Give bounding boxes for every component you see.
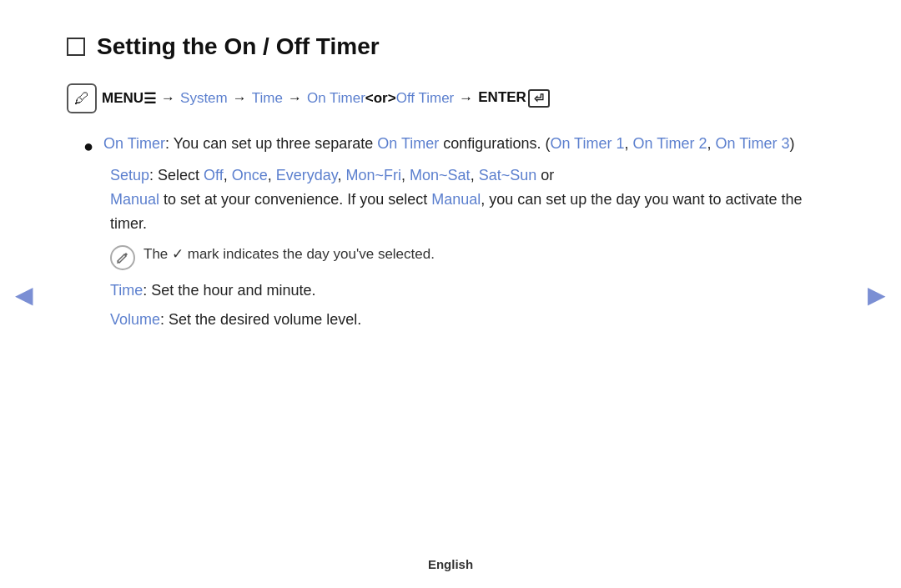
manual-2: Manual — [431, 191, 481, 208]
time-desc: : Set the hour and minute. — [143, 282, 315, 299]
comma-6: , — [401, 167, 410, 183]
on-timer-2: On Timer 2 — [632, 135, 707, 152]
on-timer-path-label: On Timer — [307, 90, 365, 107]
off-option: Off — [204, 167, 224, 183]
content-area: ● On Timer: You can set up three separat… — [83, 132, 834, 332]
volume-detail-label: Volume — [110, 311, 160, 328]
checkbox-icon — [67, 38, 85, 56]
comma-1: , — [624, 135, 632, 152]
arrow-2: → — [233, 90, 247, 107]
sat-sun-option: Sat~Sun — [479, 167, 537, 183]
footer-language: English — [428, 557, 473, 571]
comma-5: , — [338, 167, 346, 183]
mon-sat-option: Mon~Sat — [410, 167, 471, 183]
volume-detail: Volume: Set the desired volume level. — [110, 308, 834, 332]
on-timer-1: On Timer 1 — [550, 135, 624, 152]
arrow-1: → — [161, 90, 175, 107]
mon-fri-option: Mon~Fri — [346, 167, 402, 183]
page-title: Setting the On / Off Timer — [97, 33, 380, 60]
setup-label: Setup — [110, 167, 149, 183]
menu-path: 🖊 MENU☰ → System → Time → On Timer <or> … — [67, 83, 834, 113]
arrow-3: → — [288, 90, 302, 107]
on-timer-close: ) — [790, 135, 795, 152]
comma-3: , — [224, 167, 232, 183]
note-text: The ✓ mark indicates the day you've sele… — [143, 244, 435, 265]
note-icon — [110, 245, 135, 270]
off-timer-path-label: Off Timer — [396, 90, 455, 107]
menu-label: MENU — [102, 90, 143, 107]
on-timer-label: On Timer — [103, 135, 165, 152]
setup-desc2: to set at your convenience. If you selec… — [159, 191, 431, 208]
title-row: Setting the On / Off Timer — [67, 33, 834, 60]
comma-4: , — [268, 167, 276, 183]
on-timer-3: On Timer 3 — [716, 135, 790, 152]
menu-hand-icon: 🖊 — [67, 83, 97, 113]
nav-right-arrow[interactable]: ▶ — [868, 280, 886, 308]
time-detail-label: Time — [110, 282, 143, 299]
once-option: Once — [232, 167, 268, 183]
manual-option: Manual — [110, 191, 159, 208]
everyday-option: Everyday — [276, 167, 338, 183]
menu-symbol: ☰ — [143, 90, 156, 108]
on-timer-inline: On Timer — [377, 135, 439, 152]
or-text: or — [536, 167, 554, 183]
bullet-on-timer: ● On Timer: You can set up three separat… — [83, 132, 834, 158]
note-row: The ✓ mark indicates the day you've sele… — [110, 244, 834, 270]
page-container: Setting the On / Off Timer 🖊 MENU☰ → Sys… — [0, 0, 901, 588]
nav-left-arrow[interactable]: ◀ — [15, 280, 33, 308]
comma-7: , — [471, 167, 479, 183]
setup-block: Setup: Select Off, Once, Everyday, Mon~F… — [110, 163, 834, 235]
enter-icon: ⏎ — [528, 89, 550, 108]
time-detail: Time: Set the hour and minute. — [110, 279, 834, 303]
on-timer-desc1: : You can set up three separate — [165, 135, 377, 152]
pencil-svg — [116, 251, 129, 264]
on-timer-desc2: configurations. ( — [439, 135, 550, 152]
bullet-dot: ● — [83, 133, 93, 158]
comma-2: , — [707, 135, 715, 152]
system-label: System — [180, 90, 228, 107]
time-label: Time — [252, 90, 283, 107]
arrow-4: → — [459, 90, 473, 107]
on-timer-text: On Timer: You can set up three separate … — [103, 132, 794, 156]
volume-desc: : Set the desired volume level. — [160, 311, 361, 328]
setup-desc1: : Select — [149, 167, 204, 183]
or-label: <or> — [365, 90, 396, 107]
enter-label: ENTER⏎ — [478, 89, 550, 108]
